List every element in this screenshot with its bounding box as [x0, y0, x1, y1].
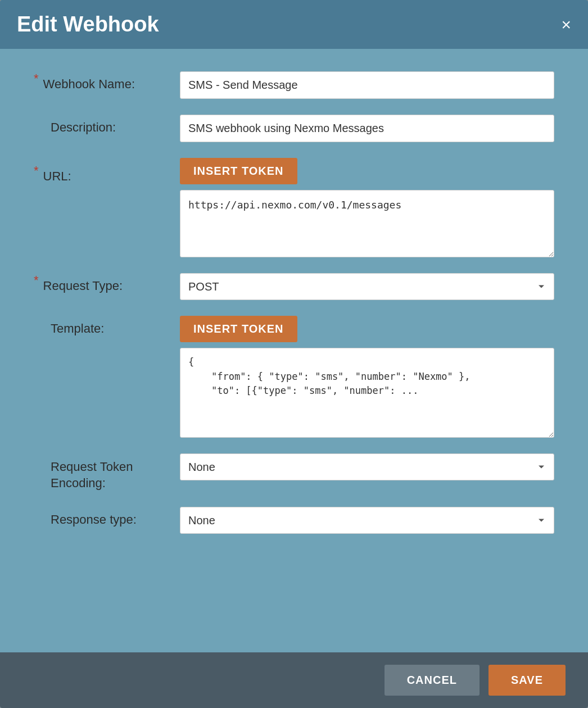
template-textarea[interactable]: { "from": { "type": "sms", "number": "Ne…: [180, 348, 554, 438]
request-type-label: Request Type:: [43, 273, 189, 293]
request-type-control: POST GET PUT DELETE: [180, 273, 554, 300]
url-insert-token-button[interactable]: INSERT TOKEN: [180, 158, 297, 184]
url-row: * URL: INSERT TOKEN: [34, 158, 554, 257]
request-token-encoding-select[interactable]: None Base64 URL: [180, 453, 554, 480]
description-row: Description:: [34, 115, 554, 142]
request-type-label-wrapper: * Request Type:: [34, 273, 180, 293]
url-label: URL:: [43, 164, 189, 184]
request-token-encoding-control: None Base64 URL: [180, 453, 554, 480]
webhook-name-label: Webhook Name:: [43, 71, 189, 92]
request-type-select[interactable]: POST GET PUT DELETE: [180, 273, 554, 300]
required-star-request-type: *: [34, 273, 39, 288]
description-label: Description:: [34, 115, 180, 135]
edit-webhook-modal: Edit Webhook × * Webhook Name: Descripti…: [0, 0, 588, 708]
description-control: [180, 115, 554, 142]
template-insert-token-button[interactable]: INSERT TOKEN: [180, 316, 297, 342]
request-token-encoding-label: Request TokenEncoding:: [34, 453, 180, 491]
url-control: INSERT TOKEN: [180, 158, 554, 257]
template-control: INSERT TOKEN { "from": { "type": "sms", …: [180, 316, 554, 438]
modal-footer: CANCEL SAVE: [0, 652, 588, 708]
request-token-encoding-label-wrapper: Request TokenEncoding:: [34, 453, 180, 491]
cancel-button[interactable]: CANCEL: [385, 665, 480, 696]
save-button[interactable]: SAVE: [489, 665, 566, 696]
request-type-row: * Request Type: POST GET PUT DELETE: [34, 273, 554, 300]
description-input[interactable]: [180, 115, 554, 142]
response-type-label: Response type:: [34, 507, 180, 527]
template-label: Template:: [34, 316, 180, 336]
webhook-name-control: [180, 71, 554, 99]
url-textarea[interactable]: [180, 190, 554, 257]
request-token-encoding-row: Request TokenEncoding: None Base64 URL: [34, 453, 554, 491]
webhook-name-input[interactable]: [180, 71, 554, 99]
response-type-select[interactable]: None JSON XML Text: [180, 507, 554, 534]
modal-body: * Webhook Name: Description: * URL: INSE: [0, 49, 588, 652]
response-type-control: None JSON XML Text: [180, 507, 554, 534]
response-type-label-wrapper: Response type:: [34, 507, 180, 527]
description-label-wrapper: Description:: [34, 115, 180, 135]
template-row: Template: INSERT TOKEN { "from": { "type…: [34, 316, 554, 438]
template-label-wrapper: Template:: [34, 316, 180, 336]
url-label-wrapper: * URL:: [34, 158, 180, 184]
close-button[interactable]: ×: [561, 16, 571, 33]
webhook-name-label-wrapper: * Webhook Name:: [34, 71, 180, 92]
required-star-url: *: [34, 164, 39, 178]
response-type-row: Response type: None JSON XML Text: [34, 507, 554, 534]
webhook-name-row: * Webhook Name:: [34, 71, 554, 99]
modal-title: Edit Webhook: [17, 12, 159, 37]
modal-header: Edit Webhook ×: [0, 0, 588, 49]
required-star-name: *: [34, 71, 39, 86]
